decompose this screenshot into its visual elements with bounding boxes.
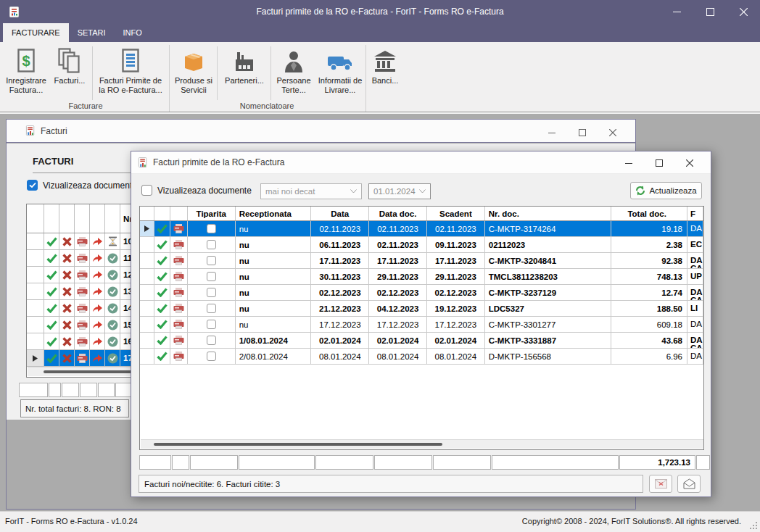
- facturi-minimize-button[interactable]: [537, 122, 567, 143]
- row-selector[interactable]: [140, 253, 154, 268]
- print-action[interactable]: [75, 333, 90, 349]
- reject-action[interactable]: [59, 350, 75, 366]
- row-selector[interactable]: [27, 267, 44, 283]
- primite-minimize-button[interactable]: [614, 153, 644, 173]
- tiparita-checkbox[interactable]: [207, 288, 216, 297]
- accept-action[interactable]: [44, 233, 59, 249]
- accept-action[interactable]: [44, 350, 59, 366]
- facturi-maximize-button[interactable]: [567, 122, 598, 143]
- row-selector[interactable]: [140, 269, 154, 284]
- maximize-button[interactable]: [693, 0, 727, 23]
- column-header-total-doc[interactable]: Total doc.: [611, 207, 687, 220]
- row-selector[interactable]: [27, 233, 44, 249]
- primite-grid-hscrollbar[interactable]: [141, 439, 704, 449]
- ribbon-button-produse[interactable]: Produse si Servicii: [171, 45, 216, 101]
- facturi-primite-grid[interactable]: TiparitaReceptionataDataData doc.Scadent…: [139, 206, 704, 450]
- reject-action[interactable]: [59, 283, 75, 299]
- grid-header-cell[interactable]: [154, 207, 170, 220]
- column-header-data-doc[interactable]: Data doc.: [369, 207, 427, 220]
- accept-action[interactable]: [44, 300, 59, 316]
- print-action[interactable]: [75, 267, 90, 283]
- tab-info[interactable]: INFO: [115, 23, 151, 42]
- mark-read-button[interactable]: [677, 475, 701, 493]
- column-header-scadent[interactable]: Scadent: [427, 207, 485, 220]
- mark-unread-button[interactable]: [649, 475, 672, 493]
- tab-setari[interactable]: SETARI: [69, 23, 115, 42]
- forward-action[interactable]: [90, 250, 105, 266]
- forward-action[interactable]: [90, 317, 105, 333]
- facturi-close-button[interactable]: [598, 122, 628, 143]
- column-header-data[interactable]: Data: [311, 207, 369, 220]
- row-selector[interactable]: [140, 333, 154, 348]
- invoice-row[interactable]: 2/08.01.202408.01.202408.01.202408.01.20…: [140, 349, 703, 365]
- reject-action[interactable]: [59, 250, 75, 266]
- tiparita-checkbox[interactable]: [207, 320, 216, 329]
- forward-action[interactable]: [90, 283, 105, 299]
- row-selector[interactable]: [27, 350, 44, 366]
- row-selector[interactable]: [27, 283, 44, 299]
- print-action[interactable]: [75, 233, 90, 249]
- invoice-row[interactable]: nu17.11.202317.11.202317.11.2023C-MKTP-3…: [140, 253, 703, 269]
- facturi-primite-titlebar[interactable]: Facturi primite de la RO e-Factura: [131, 151, 711, 174]
- reject-action[interactable]: [59, 233, 75, 249]
- print-action[interactable]: [75, 283, 90, 299]
- tab-facturare[interactable]: FACTURARE: [3, 23, 69, 42]
- invoice-row[interactable]: nu06.11.202302.11.202309.11.202302112023…: [140, 237, 703, 253]
- accept-action[interactable]: [44, 250, 59, 266]
- print-action[interactable]: [75, 300, 90, 316]
- ribbon-button-facturi-primite[interactable]: Facturi Primite de la RO e-Factura...: [96, 45, 165, 101]
- invoice-row[interactable]: nu30.11.202329.11.202329.11.2023TMCL3811…: [140, 269, 703, 285]
- ribbon-button-informatii-livrare[interactable]: Informatii de Livrare...: [316, 45, 364, 101]
- accept-action[interactable]: [44, 317, 59, 333]
- minimize-button[interactable]: [660, 0, 693, 23]
- print-action[interactable]: [75, 250, 90, 266]
- row-selector[interactable]: [27, 300, 44, 316]
- invoice-row[interactable]: nu17.12.202317.12.202317.12.2023C-MKTP-3…: [140, 317, 703, 333]
- facturi-window-titlebar[interactable]: Facturi: [7, 120, 635, 143]
- ribbon-button-persoane-terte[interactable]: Persoane Terte...: [273, 45, 315, 101]
- column-header-receptionata[interactable]: Receptionata: [236, 207, 312, 220]
- ribbon-button-parteneri[interactable]: Parteneri...: [219, 45, 270, 101]
- primite-maximize-button[interactable]: [644, 153, 674, 173]
- accept-action[interactable]: [44, 283, 59, 299]
- tiparita-checkbox[interactable]: [207, 240, 216, 249]
- reject-action[interactable]: [59, 300, 75, 316]
- row-selector[interactable]: [140, 237, 154, 252]
- tiparita-checkbox[interactable]: [207, 224, 216, 233]
- print-action[interactable]: [75, 317, 90, 333]
- row-selector[interactable]: [140, 301, 154, 316]
- forward-action[interactable]: [90, 350, 105, 366]
- vizualizeaza-documente-checkbox[interactable]: [141, 185, 152, 196]
- resize-grip[interactable]: [748, 520, 758, 530]
- forward-action[interactable]: [90, 267, 105, 283]
- accept-action[interactable]: [44, 333, 59, 349]
- reject-action[interactable]: [59, 317, 75, 333]
- tiparita-checkbox[interactable]: [207, 272, 216, 281]
- column-header-nr-doc[interactable]: Nr. doc.: [485, 207, 612, 220]
- forward-action[interactable]: [90, 233, 105, 249]
- filter-dropdown[interactable]: mai noi decat: [260, 183, 362, 199]
- row-selector[interactable]: [27, 250, 44, 266]
- close-button[interactable]: [727, 0, 760, 23]
- row-selector[interactable]: [140, 221, 154, 236]
- grid-header-cell[interactable]: [170, 207, 188, 220]
- primite-grid-hscrollbar-thumb[interactable]: [154, 443, 442, 446]
- tiparita-checkbox[interactable]: [207, 304, 216, 313]
- accept-action[interactable]: [44, 267, 59, 283]
- column-header-tiparita[interactable]: Tiparita: [188, 207, 236, 220]
- ribbon-button-facturi[interactable]: Facturi...: [49, 45, 90, 101]
- ribbon-button-banci[interactable]: Banci...: [368, 45, 402, 101]
- ribbon-button-inregistrare-factura[interactable]: $ Inregistrare Factura...: [3, 45, 49, 101]
- tiparita-checkbox[interactable]: [207, 336, 216, 345]
- column-header-furnizor[interactable]: F: [687, 207, 703, 220]
- forward-action[interactable]: [90, 300, 105, 316]
- row-selector[interactable]: [140, 349, 154, 364]
- reject-action[interactable]: [59, 267, 75, 283]
- invoice-row[interactable]: nu21.12.202304.12.202319.12.2023LDC53271…: [140, 301, 703, 317]
- print-action[interactable]: [75, 350, 90, 366]
- invoice-row[interactable]: nu02.11.202302.11.202302.11.2023C-MKTP-3…: [140, 221, 703, 237]
- actualizeaza-button[interactable]: Actualizeaza: [630, 182, 702, 199]
- invoice-row[interactable]: nu02.12.202302.12.202302.12.2023C-MKTP-3…: [140, 285, 703, 301]
- invoice-row[interactable]: 1/08.01.202402.01.202402.01.202402.01.20…: [140, 333, 703, 349]
- row-selector[interactable]: [27, 317, 44, 333]
